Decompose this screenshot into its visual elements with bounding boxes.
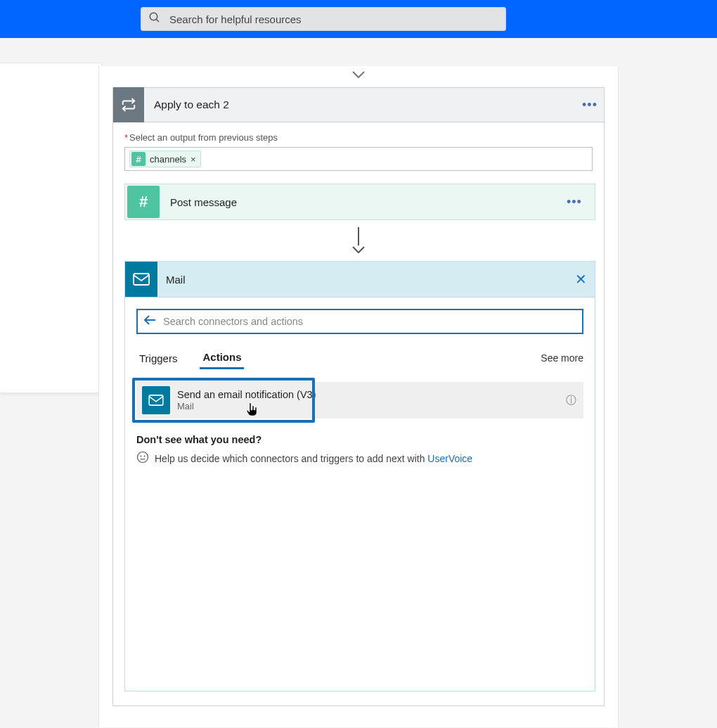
- step-menu-button[interactable]: •••: [576, 98, 604, 113]
- svg-point-7: [141, 456, 141, 456]
- tab-actions[interactable]: Actions: [200, 347, 244, 369]
- hash-icon: #: [131, 152, 146, 166]
- topbar: [0, 0, 717, 38]
- svg-point-6: [138, 452, 148, 463]
- svg-point-0: [150, 13, 157, 20]
- step-body: *Select an output from previous steps # …: [112, 122, 605, 706]
- action-title: Post message: [162, 196, 567, 208]
- loop-icon: [113, 87, 144, 122]
- action-result-text: Send an email notification (V3) Mail: [177, 389, 566, 412]
- flow-arrow-in-icon: [99, 69, 618, 80]
- svg-rect-5: [149, 395, 163, 405]
- connector-help: Don't see what you need? Help us decide …: [136, 434, 583, 466]
- global-search-input[interactable]: [161, 13, 498, 26]
- svg-point-8: [144, 456, 145, 456]
- search-icon: [148, 11, 161, 27]
- action-menu-button[interactable]: •••: [567, 195, 595, 210]
- content-area: Apply to each 2 ••• *Select an output fr…: [0, 38, 717, 728]
- connector-tabs: Triggers Actions See more: [136, 347, 583, 369]
- hash-icon: #: [127, 186, 160, 218]
- step-apply-to-each[interactable]: Apply to each 2 •••: [112, 87, 605, 122]
- connector-body: Triggers Actions See more: [125, 297, 595, 691]
- help-question: Don't see what you need?: [136, 434, 583, 445]
- back-arrow-icon[interactable]: [143, 315, 156, 328]
- connector-title: Mail: [157, 274, 567, 286]
- token-channels[interactable]: # channels ×: [129, 151, 201, 167]
- action-result-title: Send an email notification (V3): [177, 389, 566, 401]
- connector-mail: Mail ✕ Triggers Actions: [124, 261, 595, 691]
- flow-column: Apply to each 2 ••• *Select an output fr…: [98, 66, 619, 727]
- step-title: Apply to each 2: [144, 98, 576, 111]
- output-label: *Select an output from previous steps: [124, 132, 593, 143]
- token-label: channels: [150, 154, 186, 165]
- connector-close-button[interactable]: ✕: [567, 271, 595, 288]
- action-post-message[interactable]: # Post message •••: [124, 184, 595, 220]
- see-more-link[interactable]: See more: [541, 352, 583, 364]
- connector-search-input[interactable]: [162, 315, 576, 328]
- required-star-icon: *: [124, 132, 128, 143]
- help-text: Help us decide which connectors and trig…: [155, 453, 427, 464]
- smile-icon: [136, 451, 149, 466]
- help-line: Help us decide which connectors and trig…: [136, 451, 583, 466]
- action-result-send-email[interactable]: Send an email notification (V3) Mail ⓘ: [136, 382, 583, 419]
- mail-icon: [125, 262, 157, 297]
- mail-icon: [142, 386, 170, 414]
- uservoice-link[interactable]: UserVoice: [427, 453, 472, 464]
- svg-rect-3: [134, 274, 149, 285]
- flow-arrow-icon: [124, 227, 593, 254]
- connector-search[interactable]: [136, 309, 583, 334]
- action-result-subtitle: Mail: [177, 401, 566, 412]
- tab-triggers[interactable]: Triggers: [136, 348, 180, 369]
- output-selector[interactable]: # channels ×: [124, 147, 593, 171]
- side-panel: [0, 63, 102, 393]
- global-search[interactable]: [141, 7, 506, 31]
- connector-header: Mail ✕: [125, 262, 595, 297]
- info-icon[interactable]: ⓘ: [566, 394, 576, 407]
- token-remove-button[interactable]: ×: [190, 154, 196, 165]
- svg-line-1: [156, 19, 159, 22]
